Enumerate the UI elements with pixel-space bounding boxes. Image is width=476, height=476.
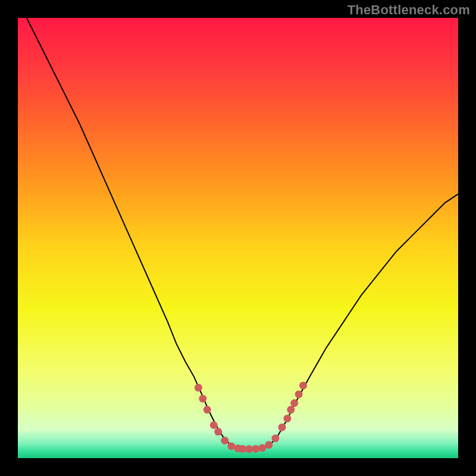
plot-area	[18, 18, 458, 458]
background-gradient	[18, 18, 458, 458]
watermark-text: TheBottleneck.com	[347, 2, 470, 18]
chart-frame: TheBottleneck.com	[0, 0, 476, 476]
